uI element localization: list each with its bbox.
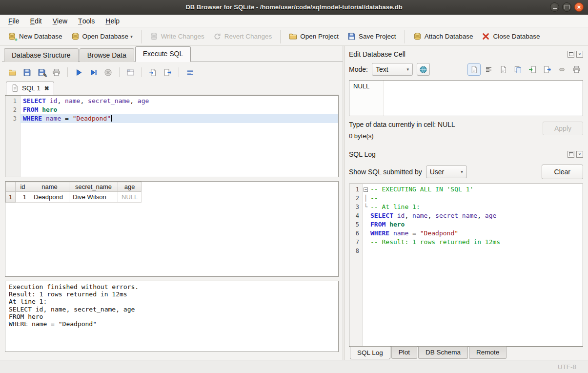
edit-cell-title: Edit Database Cell <box>349 50 406 58</box>
line-number: 8 <box>349 247 362 255</box>
close-database-button[interactable]: Close Database <box>478 30 544 42</box>
import-data-button[interactable] <box>417 63 430 76</box>
code-line: 4SELECT id, name, secret_name, age <box>349 211 583 220</box>
export-cell-data-icon <box>543 65 551 74</box>
execute-sql-button[interactable] <box>72 66 85 79</box>
format-sql-button[interactable] <box>183 66 197 79</box>
menu-help[interactable]: Help <box>100 15 125 27</box>
dock-tab-sql-log[interactable]: SQL Log <box>350 347 390 359</box>
minimize-button[interactable] <box>550 2 559 12</box>
print-sql-icon <box>52 68 61 77</box>
clear-log-button[interactable]: Clear <box>542 165 583 179</box>
line-number: 7 <box>349 238 362 247</box>
sql-editor[interactable]: 1SELECT id, name, secret_name, age2FROM … <box>5 95 339 177</box>
text-cursor <box>111 115 112 122</box>
binary-view-button[interactable] <box>497 63 510 76</box>
import-data-icon <box>419 65 427 74</box>
new-database-button[interactable]: +New Database <box>4 30 66 42</box>
dock-tab-plot[interactable]: Plot <box>391 347 417 359</box>
menu-edit[interactable]: Edit <box>25 15 47 27</box>
grid-corner[interactable] <box>6 182 16 192</box>
row-number[interactable]: 1 <box>6 192 16 203</box>
cell-editor-box[interactable]: NULL <box>349 80 583 116</box>
main-content: Database StructureBrowse DataExecute SQL… <box>0 46 588 360</box>
import-cell-data-icon <box>528 65 537 74</box>
encoding-indicator: UTF-8 <box>558 363 576 371</box>
table-cell[interactable]: Dive Wilson <box>69 192 118 203</box>
tab-close-icon[interactable]: ✖ <box>44 85 49 92</box>
attach-database-button[interactable]: Attach Database <box>409 30 477 42</box>
titlebar[interactable]: DB Browser for SQLite - /home/user/code/… <box>0 0 588 15</box>
line-number: 1 <box>5 97 20 105</box>
print-cell-button[interactable] <box>570 63 583 76</box>
table-cell[interactable]: 1 <box>16 192 30 203</box>
toolbar-separator <box>142 67 142 77</box>
sql-doc-tab-label: SQL 1 <box>22 84 41 92</box>
line-number: 1 <box>349 185 362 194</box>
dock-tab-remote[interactable]: Remote <box>469 347 507 359</box>
open-query-tab-button[interactable] <box>124 66 137 79</box>
tab-browse-data[interactable]: Browse Data <box>80 48 134 62</box>
mode-select[interactable]: Text ▾ <box>372 63 413 76</box>
word-wrap-button[interactable] <box>482 63 495 76</box>
save-project-button[interactable]: Save Project <box>344 30 400 42</box>
column-header-id[interactable]: id <box>16 182 30 192</box>
execute-sql-icon <box>75 68 83 77</box>
message-line: WHERE name = "Deadpond" <box>9 320 335 328</box>
open-project-icon <box>289 32 297 41</box>
code-line: 1SELECT id, name, secret_name, age <box>5 97 338 105</box>
export-cell-data-button[interactable] <box>541 63 554 76</box>
cell-mode-row: Mode: Text ▾ <box>349 63 583 76</box>
open-project-button[interactable]: Open Project <box>285 30 343 42</box>
dock-tab-db-schema[interactable]: DB Schema <box>418 347 468 359</box>
save-sql-file-as-button[interactable]: ✎ <box>35 66 48 79</box>
fold-gutter <box>362 220 369 229</box>
export-results-button[interactable] <box>161 66 174 79</box>
line-number: 4 <box>349 211 362 220</box>
fold-marker-icon[interactable]: − <box>362 185 369 194</box>
binary-view-icon <box>499 65 507 74</box>
column-header-secret-name[interactable]: secret_name <box>69 182 118 192</box>
copy-cell-button[interactable] <box>511 63 525 76</box>
left-panel: Database StructureBrowse DataExecute SQL… <box>0 46 343 360</box>
text-view-button[interactable] <box>467 63 481 76</box>
maximize-button[interactable] <box>562 2 571 12</box>
sql-log-view[interactable]: 1−-- EXECUTING ALL IN 'SQL 1'2│--3└-- At… <box>349 184 583 347</box>
open-sql-file-button[interactable] <box>6 66 19 79</box>
close-button[interactable]: × <box>574 2 584 12</box>
app-window: DB Browser for SQLite - /home/user/code/… <box>0 0 588 373</box>
column-header-name[interactable]: name <box>30 182 69 192</box>
open-project-label: Open Project <box>300 33 339 40</box>
tab-execute-sql[interactable]: Execute SQL <box>135 46 191 62</box>
open-database-button[interactable]: Open Database▾ <box>67 30 137 42</box>
open-in-new-tab-button[interactable] <box>146 66 160 79</box>
chevron-down-icon: ▾ <box>461 169 463 174</box>
menu-view[interactable]: View <box>47 15 73 27</box>
table-cell[interactable]: Deadpond <box>30 192 69 203</box>
menu-file[interactable]: File <box>3 15 25 27</box>
line-number: 2 <box>5 105 20 114</box>
close-panel-icon[interactable]: × <box>576 51 583 58</box>
message-line: SELECT id, name, secret_name, age <box>9 306 335 313</box>
sql-editor-toolbar: ✎ <box>5 65 339 80</box>
line-number: 2 <box>349 194 362 203</box>
message-line: At line 1: <box>9 298 335 305</box>
log-filter-select[interactable]: User ▾ <box>426 166 467 178</box>
column-header-age[interactable]: age <box>118 182 142 192</box>
tab-database-structure[interactable]: Database Structure <box>4 48 79 62</box>
undock-icon[interactable] <box>568 51 574 58</box>
import-cell-data-button[interactable] <box>526 63 539 76</box>
execute-current-line-button[interactable] <box>87 66 100 79</box>
set-null-button[interactable] <box>555 63 568 76</box>
save-sql-file-button[interactable] <box>20 66 34 79</box>
write-changes-icon <box>150 32 158 41</box>
table-cell[interactable]: NULL <box>118 192 142 203</box>
sql-doc-tab[interactable]: SQL 1 ✖ <box>6 82 54 95</box>
undock-icon[interactable] <box>568 151 574 158</box>
close-panel-icon[interactable]: × <box>576 151 583 158</box>
print-sql-button[interactable] <box>50 66 63 79</box>
menu-tools[interactable]: Tools <box>73 15 100 27</box>
save-project-icon <box>347 32 356 41</box>
mode-select-value: Text <box>376 65 388 73</box>
write-changes-label: Write Changes <box>161 33 204 40</box>
